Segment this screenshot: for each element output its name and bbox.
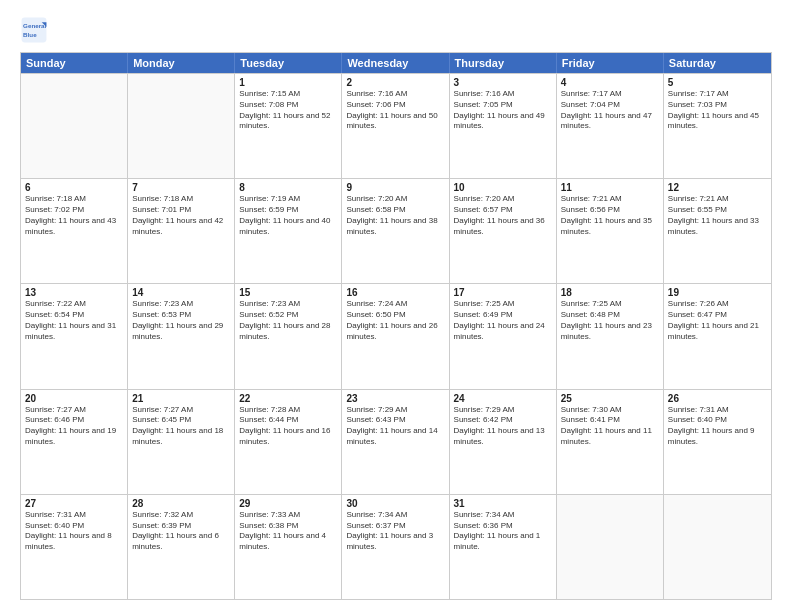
day-info: Sunrise: 7:18 AM Sunset: 7:02 PM Dayligh… [25, 194, 123, 237]
calendar-cell: 18Sunrise: 7:25 AM Sunset: 6:48 PM Dayli… [557, 284, 664, 388]
day-info: Sunrise: 7:25 AM Sunset: 6:48 PM Dayligh… [561, 299, 659, 342]
day-info: Sunrise: 7:29 AM Sunset: 6:43 PM Dayligh… [346, 405, 444, 448]
calendar-cell: 27Sunrise: 7:31 AM Sunset: 6:40 PM Dayli… [21, 495, 128, 599]
calendar-row: 1Sunrise: 7:15 AM Sunset: 7:08 PM Daylig… [21, 73, 771, 178]
header-day: Monday [128, 53, 235, 73]
calendar-cell: 31Sunrise: 7:34 AM Sunset: 6:36 PM Dayli… [450, 495, 557, 599]
calendar-row: 20Sunrise: 7:27 AM Sunset: 6:46 PM Dayli… [21, 389, 771, 494]
day-number: 17 [454, 287, 552, 298]
calendar-cell: 17Sunrise: 7:25 AM Sunset: 6:49 PM Dayli… [450, 284, 557, 388]
calendar: SundayMondayTuesdayWednesdayThursdayFrid… [20, 52, 772, 600]
header-day: Saturday [664, 53, 771, 73]
calendar-header: SundayMondayTuesdayWednesdayThursdayFrid… [21, 53, 771, 73]
day-number: 8 [239, 182, 337, 193]
day-info: Sunrise: 7:27 AM Sunset: 6:45 PM Dayligh… [132, 405, 230, 448]
header: General Blue [20, 16, 772, 44]
calendar-cell: 24Sunrise: 7:29 AM Sunset: 6:42 PM Dayli… [450, 390, 557, 494]
svg-text:General: General [23, 22, 46, 29]
calendar-cell: 20Sunrise: 7:27 AM Sunset: 6:46 PM Dayli… [21, 390, 128, 494]
day-number: 4 [561, 77, 659, 88]
day-number: 24 [454, 393, 552, 404]
calendar-cell: 1Sunrise: 7:15 AM Sunset: 7:08 PM Daylig… [235, 74, 342, 178]
calendar-cell: 25Sunrise: 7:30 AM Sunset: 6:41 PM Dayli… [557, 390, 664, 494]
day-number: 1 [239, 77, 337, 88]
calendar-cell: 7Sunrise: 7:18 AM Sunset: 7:01 PM Daylig… [128, 179, 235, 283]
calendar-cell: 11Sunrise: 7:21 AM Sunset: 6:56 PM Dayli… [557, 179, 664, 283]
day-info: Sunrise: 7:30 AM Sunset: 6:41 PM Dayligh… [561, 405, 659, 448]
svg-rect-0 [22, 18, 47, 43]
day-info: Sunrise: 7:24 AM Sunset: 6:50 PM Dayligh… [346, 299, 444, 342]
day-number: 7 [132, 182, 230, 193]
calendar-cell: 2Sunrise: 7:16 AM Sunset: 7:06 PM Daylig… [342, 74, 449, 178]
day-info: Sunrise: 7:34 AM Sunset: 6:36 PM Dayligh… [454, 510, 552, 553]
calendar-cell: 8Sunrise: 7:19 AM Sunset: 6:59 PM Daylig… [235, 179, 342, 283]
day-number: 6 [25, 182, 123, 193]
page: General Blue SundayMondayTuesdayWednesda… [0, 0, 792, 612]
calendar-cell: 5Sunrise: 7:17 AM Sunset: 7:03 PM Daylig… [664, 74, 771, 178]
calendar-cell: 29Sunrise: 7:33 AM Sunset: 6:38 PM Dayli… [235, 495, 342, 599]
calendar-cell [557, 495, 664, 599]
day-number: 31 [454, 498, 552, 509]
calendar-cell: 26Sunrise: 7:31 AM Sunset: 6:40 PM Dayli… [664, 390, 771, 494]
day-info: Sunrise: 7:29 AM Sunset: 6:42 PM Dayligh… [454, 405, 552, 448]
day-number: 16 [346, 287, 444, 298]
calendar-cell: 13Sunrise: 7:22 AM Sunset: 6:54 PM Dayli… [21, 284, 128, 388]
header-day: Friday [557, 53, 664, 73]
calendar-cell [21, 74, 128, 178]
logo-icon: General Blue [20, 16, 48, 44]
day-number: 12 [668, 182, 767, 193]
day-info: Sunrise: 7:16 AM Sunset: 7:06 PM Dayligh… [346, 89, 444, 132]
calendar-row: 27Sunrise: 7:31 AM Sunset: 6:40 PM Dayli… [21, 494, 771, 599]
logo: General Blue [20, 16, 52, 44]
calendar-cell: 14Sunrise: 7:23 AM Sunset: 6:53 PM Dayli… [128, 284, 235, 388]
day-number: 14 [132, 287, 230, 298]
calendar-cell: 16Sunrise: 7:24 AM Sunset: 6:50 PM Dayli… [342, 284, 449, 388]
day-info: Sunrise: 7:17 AM Sunset: 7:03 PM Dayligh… [668, 89, 767, 132]
calendar-cell: 15Sunrise: 7:23 AM Sunset: 6:52 PM Dayli… [235, 284, 342, 388]
day-info: Sunrise: 7:23 AM Sunset: 6:53 PM Dayligh… [132, 299, 230, 342]
day-number: 23 [346, 393, 444, 404]
day-info: Sunrise: 7:22 AM Sunset: 6:54 PM Dayligh… [25, 299, 123, 342]
day-info: Sunrise: 7:25 AM Sunset: 6:49 PM Dayligh… [454, 299, 552, 342]
calendar-cell: 23Sunrise: 7:29 AM Sunset: 6:43 PM Dayli… [342, 390, 449, 494]
day-number: 18 [561, 287, 659, 298]
day-info: Sunrise: 7:19 AM Sunset: 6:59 PM Dayligh… [239, 194, 337, 237]
day-number: 20 [25, 393, 123, 404]
calendar-cell: 10Sunrise: 7:20 AM Sunset: 6:57 PM Dayli… [450, 179, 557, 283]
calendar-cell: 12Sunrise: 7:21 AM Sunset: 6:55 PM Dayli… [664, 179, 771, 283]
day-number: 26 [668, 393, 767, 404]
calendar-cell: 22Sunrise: 7:28 AM Sunset: 6:44 PM Dayli… [235, 390, 342, 494]
calendar-cell [664, 495, 771, 599]
calendar-cell: 4Sunrise: 7:17 AM Sunset: 7:04 PM Daylig… [557, 74, 664, 178]
day-number: 22 [239, 393, 337, 404]
day-info: Sunrise: 7:31 AM Sunset: 6:40 PM Dayligh… [668, 405, 767, 448]
day-info: Sunrise: 7:32 AM Sunset: 6:39 PM Dayligh… [132, 510, 230, 553]
day-number: 30 [346, 498, 444, 509]
header-day: Tuesday [235, 53, 342, 73]
day-number: 11 [561, 182, 659, 193]
calendar-cell: 19Sunrise: 7:26 AM Sunset: 6:47 PM Dayli… [664, 284, 771, 388]
svg-text:Blue: Blue [23, 31, 37, 38]
calendar-cell: 21Sunrise: 7:27 AM Sunset: 6:45 PM Dayli… [128, 390, 235, 494]
day-info: Sunrise: 7:31 AM Sunset: 6:40 PM Dayligh… [25, 510, 123, 553]
calendar-row: 13Sunrise: 7:22 AM Sunset: 6:54 PM Dayli… [21, 283, 771, 388]
day-number: 9 [346, 182, 444, 193]
day-info: Sunrise: 7:21 AM Sunset: 6:55 PM Dayligh… [668, 194, 767, 237]
day-info: Sunrise: 7:21 AM Sunset: 6:56 PM Dayligh… [561, 194, 659, 237]
day-info: Sunrise: 7:16 AM Sunset: 7:05 PM Dayligh… [454, 89, 552, 132]
calendar-cell: 28Sunrise: 7:32 AM Sunset: 6:39 PM Dayli… [128, 495, 235, 599]
day-info: Sunrise: 7:20 AM Sunset: 6:57 PM Dayligh… [454, 194, 552, 237]
day-number: 29 [239, 498, 337, 509]
day-number: 15 [239, 287, 337, 298]
day-info: Sunrise: 7:18 AM Sunset: 7:01 PM Dayligh… [132, 194, 230, 237]
day-info: Sunrise: 7:26 AM Sunset: 6:47 PM Dayligh… [668, 299, 767, 342]
day-info: Sunrise: 7:20 AM Sunset: 6:58 PM Dayligh… [346, 194, 444, 237]
day-info: Sunrise: 7:15 AM Sunset: 7:08 PM Dayligh… [239, 89, 337, 132]
calendar-cell: 3Sunrise: 7:16 AM Sunset: 7:05 PM Daylig… [450, 74, 557, 178]
day-info: Sunrise: 7:34 AM Sunset: 6:37 PM Dayligh… [346, 510, 444, 553]
calendar-cell: 9Sunrise: 7:20 AM Sunset: 6:58 PM Daylig… [342, 179, 449, 283]
calendar-cell: 30Sunrise: 7:34 AM Sunset: 6:37 PM Dayli… [342, 495, 449, 599]
calendar-cell: 6Sunrise: 7:18 AM Sunset: 7:02 PM Daylig… [21, 179, 128, 283]
day-number: 10 [454, 182, 552, 193]
day-number: 5 [668, 77, 767, 88]
